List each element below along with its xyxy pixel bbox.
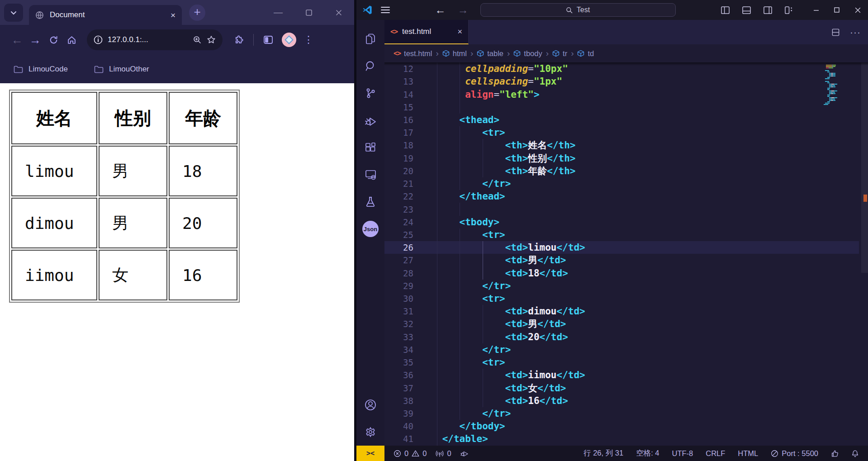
code-line-29[interactable]: 29</tr> <box>384 280 859 292</box>
breadcrumb-item-test.html[interactable]: <>test.html <box>394 49 432 58</box>
code-line-15[interactable]: 15 <box>384 101 859 114</box>
bookmark-folder-LimouOther[interactable]: LimouOther <box>94 65 149 74</box>
remote-indicator[interactable]: >< <box>356 446 384 461</box>
browser-tab-document[interactable]: Document × <box>29 5 182 25</box>
go-back-icon[interactable]: ← <box>435 4 446 16</box>
minimap[interactable] <box>823 65 860 105</box>
code-line-37[interactable]: 37<td>女</td> <box>384 381 859 394</box>
code-editor[interactable]: 12cellpadding="10px"13cellspacing="1px"1… <box>384 62 868 446</box>
code-line-36[interactable]: 36<td>iimou</td> <box>384 369 859 381</box>
code-line-19[interactable]: 19<th>性别</th> <box>384 152 859 165</box>
code-line-24[interactable]: 24<tbody> <box>384 216 859 228</box>
problems-status[interactable]: 0 0 <box>394 449 427 458</box>
activity-search[interactable] <box>356 52 384 80</box>
vscode-minimize-icon[interactable] <box>806 0 826 20</box>
new-tab-button[interactable]: + <box>189 5 205 21</box>
code-line-27[interactable]: 27<td>男</td> <box>384 254 859 266</box>
code-line-33[interactable]: 33<td>20</td> <box>384 331 859 343</box>
line-number: 25 <box>384 230 430 240</box>
address-bar[interactable]: 127.0.0.1:... <box>87 29 223 50</box>
encoding-status[interactable]: UTF-8 <box>672 449 693 458</box>
back-button[interactable]: ← <box>8 31 26 49</box>
activity-run-debug[interactable] <box>356 107 384 134</box>
breadcrumb-item-html[interactable]: html <box>442 49 467 58</box>
go-forward-icon[interactable]: → <box>458 4 469 16</box>
browser-menu-button[interactable]: ⋮ <box>301 34 316 46</box>
editor-tab-test-html[interactable]: <> test.html × <box>384 20 469 44</box>
site-info-icon[interactable] <box>93 35 103 45</box>
ports-status[interactable]: 0 <box>436 449 451 458</box>
activity-extensions[interactable] <box>356 134 384 161</box>
toggle-secondary-sidebar-icon[interactable] <box>763 6 773 14</box>
tab-search-button[interactable] <box>4 4 23 22</box>
code-line-23[interactable]: 23 <box>384 203 859 215</box>
home-button[interactable] <box>62 31 81 49</box>
more-actions-icon[interactable]: ··· <box>850 27 861 38</box>
indentation-status[interactable]: 空格: 4 <box>636 448 659 458</box>
code-line-34[interactable]: 34</tr> <box>384 343 859 356</box>
split-editor-icon[interactable] <box>831 28 840 37</box>
activity-explorer[interactable] <box>356 25 384 52</box>
customize-layout-icon[interactable] <box>784 6 794 14</box>
profile-avatar[interactable] <box>282 33 296 47</box>
code-line-31[interactable]: 31<td>dimou</td> <box>384 305 859 318</box>
breadcrumb-item-table[interactable]: table <box>477 49 503 58</box>
code-line-13[interactable]: 13cellspacing="1px" <box>384 75 859 88</box>
maximize-icon[interactable] <box>305 9 313 16</box>
scrollbar-thumb[interactable] <box>861 62 868 273</box>
code-line-25[interactable]: 25<tr> <box>384 228 859 241</box>
menu-hamburger-icon[interactable] <box>381 6 390 14</box>
code-line-39[interactable]: 39</tr> <box>384 407 859 420</box>
activity-source-control[interactable] <box>356 80 384 107</box>
indent-guide <box>437 177 437 190</box>
zoom-icon[interactable] <box>193 35 202 44</box>
code-line-18[interactable]: 18<th>姓名</th> <box>384 139 859 152</box>
code-line-35[interactable]: 35<tr> <box>384 356 859 369</box>
extensions-button[interactable] <box>230 31 248 49</box>
bookmark-star-icon[interactable] <box>206 35 216 45</box>
code-line-28[interactable]: 28<td>18</td> <box>384 267 859 280</box>
toggle-panel-icon[interactable] <box>742 6 751 14</box>
activity-testing[interactable] <box>356 188 384 215</box>
code-line-12[interactable]: 12cellpadding="10px" <box>384 62 859 75</box>
feedback-button[interactable] <box>831 450 839 457</box>
url-text[interactable]: 127.0.0.1:... <box>108 35 188 44</box>
side-panel-button[interactable] <box>259 31 277 49</box>
activity-json[interactable]: Json <box>356 215 384 242</box>
code-line-22[interactable]: 22</thead> <box>384 190 859 203</box>
breadcrumb-item-tbody[interactable]: tbody <box>513 49 542 58</box>
editor-tab-close-icon[interactable]: × <box>457 27 462 37</box>
close-icon[interactable] <box>335 9 342 16</box>
code-line-40[interactable]: 40</tbody> <box>384 420 859 432</box>
settings-button[interactable] <box>356 418 384 446</box>
accounts-button[interactable] <box>356 391 384 418</box>
breadcrumb-item-tr[interactable]: tr <box>552 49 567 58</box>
code-line-38[interactable]: 38<td>16</td> <box>384 394 859 407</box>
live-server-port[interactable]: Port : 5500 <box>771 449 818 458</box>
code-line-26[interactable]: 26<td>limou</td> <box>384 241 859 254</box>
tab-close-icon[interactable]: × <box>171 11 175 19</box>
code-line-21[interactable]: 21</tr> <box>384 177 859 190</box>
reload-button[interactable] <box>44 31 62 49</box>
code-line-17[interactable]: 17<tr> <box>384 126 859 139</box>
command-center[interactable]: Test <box>480 3 676 17</box>
forward-button[interactable]: → <box>26 31 44 49</box>
debug-status[interactable] <box>460 450 469 457</box>
code-line-20[interactable]: 20<th>年龄</th> <box>384 165 859 177</box>
code-line-32[interactable]: 32<td>男</td> <box>384 318 859 330</box>
code-line-16[interactable]: 16<thead> <box>384 114 859 126</box>
vscode-maximize-icon[interactable] <box>826 0 847 20</box>
cursor-position[interactable]: 行 26, 列 31 <box>583 448 623 458</box>
minimize-icon[interactable]: — <box>274 7 283 18</box>
activity-remote-explorer[interactable] <box>356 161 384 188</box>
notifications-button[interactable] <box>851 450 859 457</box>
code-line-14[interactable]: 14align="left"> <box>384 88 859 100</box>
vscode-close-icon[interactable] <box>847 0 868 20</box>
language-mode[interactable]: HTML <box>738 449 758 458</box>
code-line-30[interactable]: 30<tr> <box>384 292 859 305</box>
breadcrumb-item-td[interactable]: td <box>577 49 594 58</box>
eol-status[interactable]: CRLF <box>706 449 725 458</box>
bookmark-folder-LimouCode[interactable]: LimouCode <box>14 65 68 74</box>
toggle-sidebar-icon[interactable] <box>721 6 730 14</box>
code-line-41[interactable]: 41</table> <box>384 432 859 445</box>
